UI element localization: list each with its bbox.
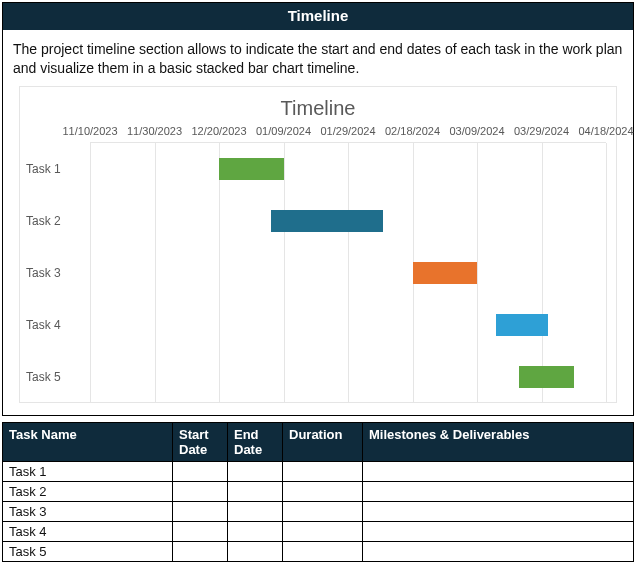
table-row: Task 5 [3,541,634,561]
table-cell-name[interactable]: Task 2 [3,481,173,501]
x-tick-label: 02/18/2024 [385,124,440,139]
col-header-start: Start Date [173,422,228,461]
table-cell-start[interactable] [173,541,228,561]
table-cell-start[interactable] [173,481,228,501]
chart-bar [219,158,284,180]
chart-plot-area: Task 1Task 2Task 3Task 4Task 5 [90,142,606,402]
table-cell-milestones[interactable] [363,481,634,501]
col-header-end: End Date [228,422,283,461]
table-cell-end[interactable] [228,501,283,521]
table-cell-milestones[interactable] [363,461,634,481]
chart-row-label: Task 1 [20,161,80,177]
table-row: Task 2 [3,481,634,501]
table-cell-name[interactable]: Task 3 [3,501,173,521]
chart-bar [271,210,384,232]
table-cell-duration[interactable] [283,461,363,481]
chart-title: Timeline [20,95,616,122]
table-cell-milestones[interactable] [363,501,634,521]
x-tick-label: 01/29/2024 [320,124,375,139]
panel-description: The project timeline section allows to i… [13,40,623,78]
table-cell-start[interactable] [173,461,228,481]
x-tick-label: 03/29/2024 [514,124,569,139]
table-cell-milestones[interactable] [363,521,634,541]
gridline [606,143,607,402]
chart-row-label: Task 5 [20,369,80,385]
chart-row: Task 5 [90,351,606,403]
col-header-duration: Duration [283,422,363,461]
table-cell-duration[interactable] [283,541,363,561]
table-cell-start[interactable] [173,501,228,521]
chart-bar [496,314,548,336]
chart-row: Task 3 [90,247,606,299]
table-cell-name[interactable]: Task 1 [3,461,173,481]
col-header-name: Task Name [3,422,173,461]
chart-row-label: Task 2 [20,213,80,229]
table-cell-duration[interactable] [283,481,363,501]
chart-row: Task 2 [90,195,606,247]
table-cell-duration[interactable] [283,521,363,541]
table-cell-end[interactable] [228,481,283,501]
chart-row-label: Task 4 [20,317,80,333]
table-cell-end[interactable] [228,541,283,561]
panel-header: Timeline [3,3,633,30]
table-row: Task 3 [3,501,634,521]
table-cell-name[interactable]: Task 4 [3,521,173,541]
x-tick-label: 03/09/2024 [449,124,504,139]
x-tick-label: 01/09/2024 [256,124,311,139]
x-tick-label: 12/20/2023 [191,124,246,139]
table-cell-start[interactable] [173,521,228,541]
table-header-row: Task Name Start Date End Date Duration M… [3,422,634,461]
chart-bar [519,366,574,388]
chart-container: Timeline 11/10/202311/30/202312/20/20230… [19,86,617,403]
x-tick-label: 04/18/2024 [578,124,633,139]
table-cell-end[interactable] [228,521,283,541]
x-tick-label: 11/10/2023 [62,124,117,139]
panel-timeline: Timeline The project timeline section al… [2,2,634,416]
x-tick-label: 11/30/2023 [127,124,182,139]
table-cell-end[interactable] [228,461,283,481]
table-cell-duration[interactable] [283,501,363,521]
table-cell-milestones[interactable] [363,541,634,561]
table-cell-name[interactable]: Task 5 [3,541,173,561]
table-row: Task 4 [3,521,634,541]
chart-row: Task 1 [90,143,606,195]
task-table: Task Name Start Date End Date Duration M… [2,422,634,562]
chart-row: Task 4 [90,299,606,351]
panel-body: The project timeline section allows to i… [3,30,633,415]
chart-row-label: Task 3 [20,265,80,281]
chart-bar [413,262,478,284]
col-header-milestones: Milestones & Deliverables [363,422,634,461]
table-row: Task 1 [3,461,634,481]
chart-x-axis: 11/10/202311/30/202312/20/202301/09/2024… [90,124,606,142]
